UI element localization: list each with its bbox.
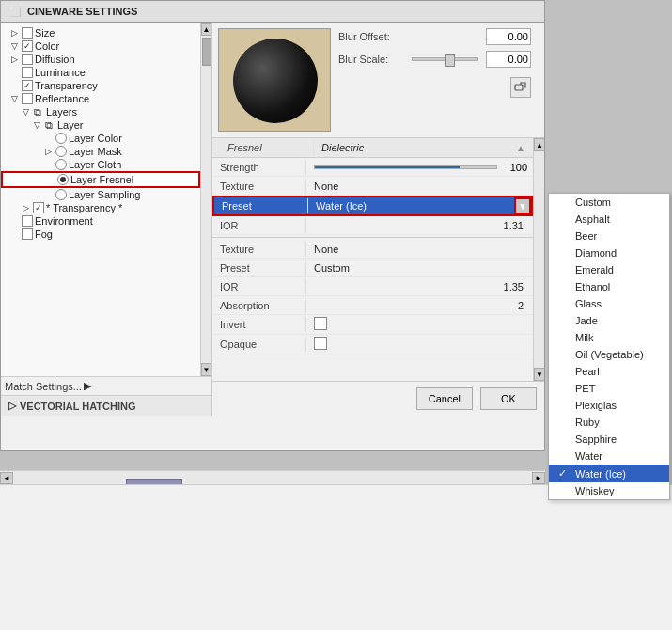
label-glass: Glass: [575, 298, 602, 309]
dropdown-item-plexiglas[interactable]: Plexiglas: [549, 397, 669, 414]
prop-table: Fresnel Dielectric ▲ Strength 100: [212, 138, 533, 381]
dropdown-item-pearl[interactable]: Pearl: [549, 363, 669, 380]
check-environment[interactable]: [22, 215, 33, 227]
sidebar-item-size[interactable]: ▷ Size: [1, 26, 200, 39]
dropdown-menu: Custom Asphalt Beer Diamond Emerald Etha…: [548, 193, 670, 500]
prop-header-row: Fresnel Dielectric ▲: [212, 138, 533, 158]
vectorial-hatching-section[interactable]: ▷ VECTORIAL HATCHING: [1, 395, 211, 416]
props-scroll-down[interactable]: ▼: [534, 368, 544, 381]
sidebar-item-color[interactable]: ▽ Color: [1, 39, 200, 53]
dropdown-item-water[interactable]: Water: [549, 448, 669, 465]
blur-scale-row: Blur Scale:: [338, 51, 531, 68]
label-layer-cloth: Layer Cloth: [69, 159, 121, 170]
check-diffusion[interactable]: [22, 54, 33, 65]
dropdown-item-pet[interactable]: PET: [549, 380, 669, 397]
dropdown-item-sapphire[interactable]: Sapphire: [549, 431, 669, 448]
check-transparency2[interactable]: [33, 202, 44, 213]
dropdown-item-asphalt[interactable]: Asphalt: [549, 211, 669, 228]
dropdown-item-milk[interactable]: Milk: [549, 329, 669, 346]
dropdown-item-ethanol[interactable]: Ethanol: [549, 278, 669, 295]
header-col2: Dielectric: [314, 140, 516, 155]
check-luminance[interactable]: [22, 67, 33, 78]
preview-area: Blur Offset: Blur Scale:: [212, 23, 544, 138]
texture-value: None: [306, 179, 533, 194]
sidebar-item-fog[interactable]: ▷ Fog: [1, 228, 200, 241]
sidebar-item-luminance[interactable]: ▷ Luminance: [1, 66, 200, 79]
radio-layer-cloth[interactable]: [55, 159, 67, 170]
opaque-checkbox[interactable]: [314, 337, 327, 350]
prop-row-texture: Texture None: [212, 177, 533, 196]
preset-dropdown-btn[interactable]: ▼: [514, 197, 531, 214]
texture2-value: None: [306, 242, 533, 257]
vectorial-expand: ▷: [8, 400, 16, 412]
sidebar-item-layer-cloth[interactable]: ▷ Layer Cloth: [1, 158, 200, 171]
blur-scale-track[interactable]: [412, 57, 478, 61]
dropdown-item-beer[interactable]: Beer: [549, 228, 669, 244]
cancel-button[interactable]: Cancel: [416, 387, 473, 410]
dropdown-item-jade[interactable]: Jade: [549, 312, 669, 329]
dropdown-item-ruby[interactable]: Ruby: [549, 414, 669, 431]
properties-area: Fresnel Dielectric ▲ Strength 100: [212, 138, 544, 381]
check-reflectance[interactable]: [22, 93, 33, 104]
strength-slider[interactable]: [314, 165, 497, 169]
radio-layer-color[interactable]: [55, 133, 67, 144]
dropdown-item-diamond[interactable]: Diamond: [549, 244, 669, 261]
props-scroll-up[interactable]: ▲: [534, 138, 544, 151]
invert-checkbox[interactable]: [314, 317, 327, 330]
match-settings-row[interactable]: Match Settings... ▶: [5, 380, 91, 392]
scroll-down-arrow[interactable]: ▼: [201, 363, 212, 376]
scroll-thumb[interactable]: [202, 38, 211, 66]
dropdown-item-emerald[interactable]: Emerald: [549, 261, 669, 278]
expand-transparency: ▷: [8, 80, 20, 91]
ior2-value: 1.35: [306, 279, 533, 294]
sidebar-item-layer-sampling[interactable]: ▷ Layer Sampling: [1, 188, 200, 201]
dropdown-item-custom[interactable]: Custom: [549, 194, 669, 211]
check-color[interactable]: [22, 40, 33, 52]
preview-sphere: [233, 39, 318, 123]
sidebar-item-diffusion[interactable]: ▷ Diffusion: [1, 53, 200, 66]
check-fog[interactable]: [22, 228, 33, 240]
label-diffusion: Diffusion: [35, 54, 75, 65]
prop-row-preset[interactable]: Preset Water (Ice) ▼: [212, 196, 533, 216]
sidebar-item-environment[interactable]: ▷ Environment: [1, 214, 200, 228]
sidebar-item-layer-mask[interactable]: ▷ Layer Mask: [1, 145, 200, 158]
expand-layer-fresnel: ▷: [44, 174, 55, 185]
sidebar-item-transparency[interactable]: ▷ Transparency: [1, 79, 200, 92]
blur-scale-thumb[interactable]: [445, 54, 455, 67]
hscroll-left[interactable]: ◄: [0, 472, 13, 484]
sidebar-list: ▷ Size ▽ Color ▷ Diffusion: [1, 23, 200, 376]
blur-scale-input[interactable]: [486, 51, 531, 68]
check-water-ice: ✓: [558, 467, 571, 480]
preset-value-container: Water (Ice): [308, 198, 514, 213]
preview-controls: Blur Offset: Blur Scale:: [331, 28, 539, 98]
sidebar-item-layer[interactable]: ▽ ⧉ Layer: [1, 118, 200, 132]
label-ruby: Ruby: [575, 417, 600, 428]
hscroll-right[interactable]: ►: [532, 472, 545, 484]
dropdown-item-glass[interactable]: Glass: [549, 295, 669, 312]
label-transparency2: * Transparency *: [46, 202, 122, 213]
sidebar-item-layer-color[interactable]: ▷ Layer Color: [1, 132, 200, 145]
expand-layer: ▽: [31, 119, 42, 131]
radio-layer-sampling[interactable]: [55, 189, 67, 200]
label-color: Color: [35, 40, 59, 52]
sidebar-item-layer-fresnel[interactable]: ▷ Layer Fresnel: [1, 171, 200, 188]
check-size[interactable]: [22, 27, 33, 39]
sidebar-scrollbar[interactable]: ▲ ▼: [200, 23, 211, 376]
props-scrollbar[interactable]: ▲ ▼: [533, 138, 544, 381]
check-transparency[interactable]: [22, 80, 33, 91]
sidebar-item-reflectance[interactable]: ▽ Reflectance: [1, 92, 200, 105]
dropdown-item-water-ice[interactable]: ✓ Water (Ice): [549, 465, 669, 482]
radio-layer-mask[interactable]: [55, 146, 67, 157]
scroll-up-arrow[interactable]: ▲: [201, 23, 212, 36]
label-custom: Custom: [575, 197, 611, 208]
dropdown-item-whiskey[interactable]: Whiskey: [549, 482, 669, 499]
preview-icon-btn[interactable]: [510, 77, 531, 98]
dropdown-item-oil[interactable]: Oil (Vegetable): [549, 346, 669, 363]
radio-layer-fresnel[interactable]: [57, 174, 69, 185]
label-milk: Milk: [575, 332, 594, 343]
ok-button[interactable]: OK: [480, 387, 537, 410]
sidebar-item-transparency2[interactable]: ▷ * Transparency *: [1, 201, 200, 214]
sidebar-item-layers[interactable]: ▽ ⧉ Layers: [1, 105, 200, 118]
ior-label: IOR: [212, 218, 306, 233]
blur-offset-input[interactable]: [486, 28, 531, 45]
